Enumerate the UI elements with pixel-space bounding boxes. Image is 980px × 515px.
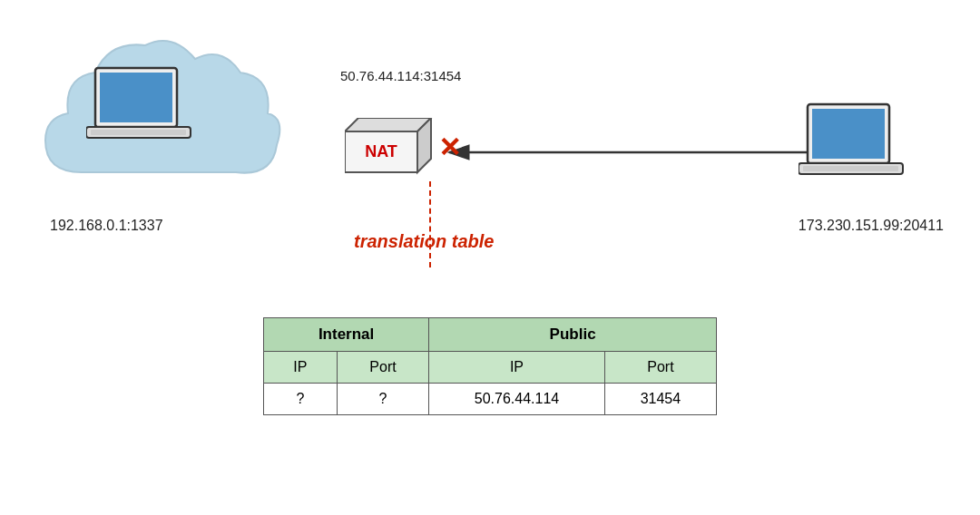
dotted-connector [429,181,431,267]
svg-rect-11 [812,109,885,159]
cell-public-port: 31454 [604,384,716,415]
header-internal: Internal [264,318,429,352]
svg-marker-5 [345,118,431,131]
cell-internal-port: ? [337,384,428,415]
header-public: Public [429,318,717,352]
laptop-left [86,63,204,159]
svg-rect-1 [100,73,172,122]
svg-rect-13 [803,166,898,171]
subheader-public-port: Port [604,352,716,384]
nat-ip-label: 50.76.44.114:31454 [340,68,461,83]
laptop-right [799,100,916,195]
translation-table-label: translation table [354,231,494,252]
nat-box: NAT [345,118,436,180]
table-row: ? ? 50.76.44.114 31454 [264,384,717,415]
ip-left-label: 192.168.0.1:1337 [50,218,163,234]
cell-public-ip: 50.76.44.114 [429,384,605,415]
svg-text:NAT: NAT [365,142,397,160]
cell-internal-ip: ? [264,384,338,415]
red-x-mark: ✕ [438,134,461,161]
subheader-internal-ip: IP [264,352,338,384]
subheader-public-ip: IP [429,352,605,384]
ip-right-label: 173.230.151.99:20411 [799,218,944,234]
subheader-internal-port: Port [337,352,428,384]
nat-translation-table: Internal Public IP Port IP Port [263,317,717,415]
diagram-container: 192.168.0.1:1337 50.76.44.114:31454 NAT … [0,0,980,515]
svg-rect-3 [91,130,186,135]
